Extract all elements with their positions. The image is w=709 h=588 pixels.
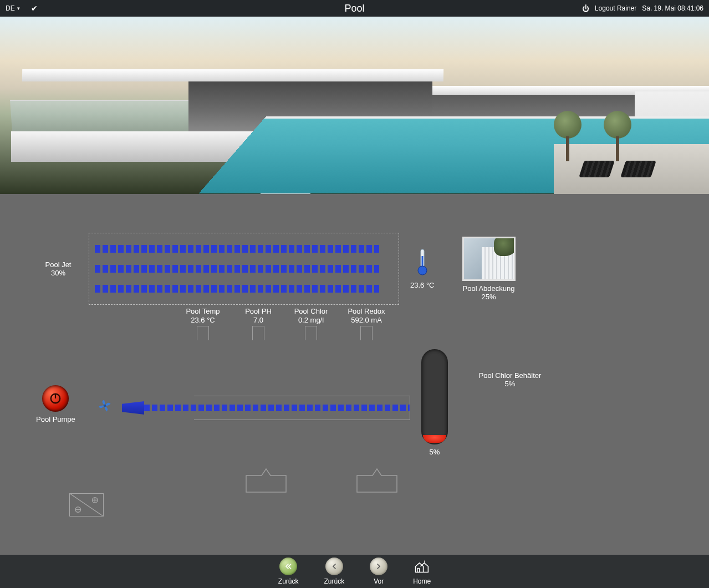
pool-pump-label: Pool Pumpe	[36, 415, 75, 423]
pipe-outline	[194, 396, 410, 420]
caret-down-icon: ▾	[17, 6, 20, 11]
nav-back-main[interactable]: Zurück	[278, 558, 299, 585]
chlorine-tank-fill	[423, 435, 446, 443]
main-panel: Pool Jet 30% 23.6 °C Pool Abdeckung 25%	[0, 194, 709, 555]
footer-nav: Zurück Zurück Vor Home	[0, 555, 709, 588]
logout-link[interactable]: Logout Rainer	[595, 4, 636, 12]
nav-back-label: Zurück	[324, 577, 344, 585]
flow-row-2	[95, 265, 379, 273]
chlorine-tank-label-value: 5%	[466, 380, 554, 388]
contrast-toggle[interactable]	[69, 493, 104, 517]
pool-cover-label: Pool Abdeckung	[462, 284, 516, 293]
nav-forward-label: Vor	[370, 577, 387, 585]
chevron-right-icon	[374, 562, 383, 571]
device-outline-2[interactable]	[355, 466, 399, 493]
nav-home[interactable]: Home	[413, 558, 431, 585]
language-selector[interactable]: DE ▾	[6, 4, 20, 12]
power-icon[interactable]: ⏻	[582, 4, 589, 13]
home-icon	[414, 559, 430, 574]
pool-cover-widget[interactable]: Pool Abdeckung 25%	[462, 237, 516, 301]
nav-back[interactable]: Zurück	[324, 558, 344, 585]
flow-row-3	[95, 285, 379, 293]
svg-point-5	[104, 405, 106, 407]
nav-home-label: Home	[413, 577, 431, 585]
sensor-temp[interactable]: Pool Temp 23.6 °C	[197, 326, 209, 340]
fan-icon	[97, 398, 113, 413]
pool-pump-button[interactable]	[42, 385, 69, 412]
power-icon	[49, 392, 62, 405]
sensor-redox-value: 592.0 mA	[333, 316, 400, 324]
nav-back-main-label: Zurück	[278, 577, 299, 585]
confirm-check-icon[interactable]: ✔	[31, 4, 38, 13]
chlorine-tank-label: Pool Chlor Behälter	[466, 371, 554, 380]
nav-forward[interactable]: Vor	[370, 558, 387, 585]
svg-point-2	[418, 266, 427, 275]
pipe-assembly	[122, 396, 410, 420]
thermometer-icon	[417, 248, 428, 276]
pipe-intake	[122, 401, 144, 415]
chevron-double-left-icon	[284, 562, 293, 571]
pool-cover-value: 25%	[462, 293, 516, 301]
svg-line-6	[70, 494, 103, 516]
language-label: DE	[6, 4, 15, 12]
pool-temperature-widget[interactable]: 23.6 °C	[410, 248, 435, 289]
chevron-left-icon	[330, 562, 339, 571]
sensor-redox[interactable]: Pool Redox 592.0 mA	[360, 326, 373, 340]
device-outline-1[interactable]	[244, 466, 288, 493]
pool-jet-value: 30%	[33, 269, 83, 277]
pool-temp-display: 23.6 °C	[410, 281, 435, 289]
pool-cover-thumbnail	[462, 237, 516, 281]
page-title: Pool	[344, 3, 364, 14]
pool-flow-box	[89, 233, 399, 305]
sensor-ph[interactable]: Pool PH 7.0	[252, 326, 264, 340]
svg-rect-12	[417, 569, 420, 572]
chlorine-tank-label-block: Pool Chlor Behälter 5%	[466, 371, 554, 388]
datetime-display: Sa. 19. Mai 08:41:06	[642, 4, 703, 12]
pool-jet-label: Pool Jet	[33, 260, 83, 269]
sensor-redox-label: Pool Redox	[333, 307, 400, 315]
pool-jet-widget[interactable]: Pool Jet 30%	[33, 260, 83, 277]
svg-rect-1	[421, 256, 423, 267]
chlorine-tank-percent: 5%	[421, 448, 448, 456]
chlorine-tank[interactable]	[421, 349, 448, 444]
header-bar: DE ▾ ✔ Pool ⏻ Logout Rainer Sa. 19. Mai …	[0, 0, 709, 17]
flow-row-1	[95, 245, 379, 253]
sensor-chlor[interactable]: Pool Chlor 0.2 mg/l	[305, 326, 317, 340]
hero-banner	[0, 17, 709, 194]
